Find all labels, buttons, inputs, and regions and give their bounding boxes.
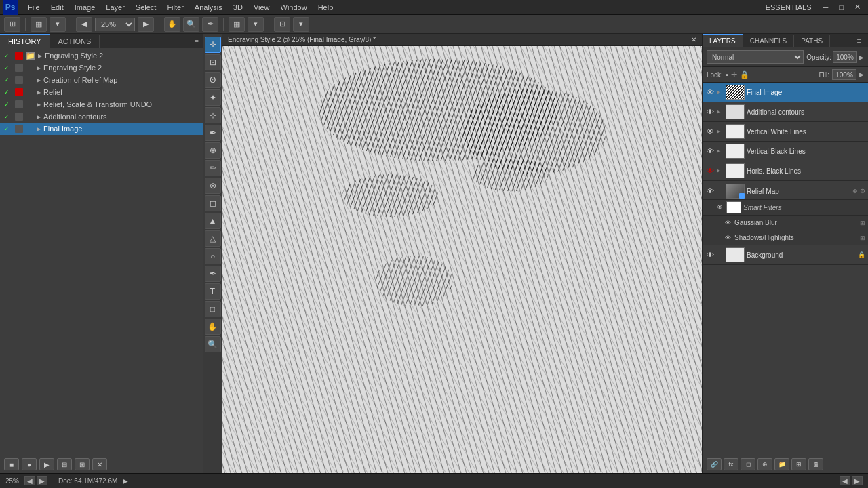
visibility-eye-icon[interactable]: 👁: [723, 220, 732, 226]
lock-position-icon[interactable]: ✛: [731, 70, 737, 79]
mode-arrow-btn[interactable]: ▾: [50, 17, 66, 32]
move-tool[interactable]: ✛: [205, 37, 221, 53]
brush-tool[interactable]: ✏: [205, 160, 221, 176]
layer-expand-icon[interactable]: ▶: [717, 129, 724, 134]
visibility-eye-icon[interactable]: 👁: [705, 108, 715, 116]
tab-channels[interactable]: CHANNELS: [743, 35, 794, 47]
history-item[interactable]: ✓ ▶ Creation of Relief Map: [0, 74, 203, 86]
lock-all-icon[interactable]: 🔒: [740, 70, 749, 79]
filter-options-icon[interactable]: ⊞: [860, 220, 865, 226]
visibility-eye-icon[interactable]: 👁: [715, 204, 724, 211]
layer-gaussian-blur[interactable]: 👁 Gaussian Blur ⊞: [703, 216, 868, 230]
lock-pixels-icon[interactable]: ▪: [726, 70, 728, 79]
fill-arrow[interactable]: ▶: [859, 71, 864, 78]
layer-expand-icon[interactable]: ▶: [717, 89, 724, 95]
visibility-eye-icon[interactable]: 👁: [705, 147, 715, 155]
menu-layer[interactable]: Layer: [101, 2, 130, 13]
quick-select-tool[interactable]: ✦: [205, 89, 221, 106]
dodge-tool[interactable]: ○: [205, 248, 221, 264]
essentials-label[interactable]: ESSENTIALS: [760, 3, 817, 12]
history-item[interactable]: ✓ ▶ Relief: [0, 86, 203, 98]
filter-options-icon[interactable]: ⊞: [860, 235, 865, 241]
right-panel-collapse-btn[interactable]: ≡: [853, 34, 865, 47]
pen-tool[interactable]: ✒: [205, 266, 221, 282]
fill-input[interactable]: [832, 69, 856, 80]
history-item-final-image[interactable]: ✓ ▶ Final Image: [0, 123, 203, 135]
scroll-controls[interactable]: ◀ ▶: [840, 476, 863, 485]
zoom-controls[interactable]: ◀ ▶: [24, 476, 47, 485]
hand-tool[interactable]: ✋: [205, 319, 221, 335]
layer-shadows-highlights[interactable]: 👁 Shadows/Highlights ⊞: [703, 230, 868, 245]
menu-analysis[interactable]: Analysis: [190, 2, 227, 13]
menu-help[interactable]: Help: [313, 2, 338, 13]
layer-settings-icon[interactable]: ⚙: [860, 188, 865, 195]
layer-expand-icon[interactable]: ▶: [717, 109, 724, 115]
mode-btn[interactable]: ▦: [31, 17, 47, 32]
layer-relief-map[interactable]: 👁 Relief Map ⊕ ⚙: [703, 181, 868, 200]
layer-horis-black-lines[interactable]: 👁 ▶ Horis. Black Lines: [703, 161, 868, 181]
adjustment-layer-btn[interactable]: ⊕: [757, 458, 772, 470]
blend-mode-select[interactable]: Normal Multiply Screen: [707, 50, 804, 64]
clone-tool[interactable]: ⊗: [205, 178, 221, 194]
menu-window[interactable]: Window: [276, 2, 312, 13]
layer-style-btn[interactable]: fx: [724, 458, 738, 470]
arrange-btn[interactable]: ▦: [229, 17, 245, 32]
visibility-eye-icon[interactable]: 👁: [705, 251, 715, 259]
layer-additional-contours[interactable]: 👁 ▶ Additional contours: [703, 102, 868, 122]
hand-tool-btn[interactable]: ✋: [164, 17, 180, 32]
opacity-arrow[interactable]: ▶: [859, 54, 864, 61]
menu-select[interactable]: Select: [131, 2, 161, 13]
layer-expand-icon[interactable]: ▶: [717, 168, 724, 174]
visibility-eye-icon[interactable]: 👁: [705, 88, 715, 96]
visibility-eye-icon[interactable]: 👁: [705, 187, 715, 195]
pen-tool-btn[interactable]: ✒: [202, 17, 218, 32]
new-set-btn[interactable]: ⊟: [57, 458, 72, 470]
heal-tool[interactable]: ⊕: [205, 142, 221, 159]
zoom-tool[interactable]: 🔍: [205, 336, 221, 352]
zoom-select[interactable]: 25% 50% 100%: [95, 18, 135, 31]
history-item[interactable]: ✓ ▶ Relief, Scale & Transform UNDO: [0, 98, 203, 110]
opacity-input[interactable]: [833, 51, 857, 63]
eyedropper-tool[interactable]: ✒: [205, 125, 221, 141]
options-btn[interactable]: ⊞: [4, 17, 20, 32]
visibility-eye-icon[interactable]: 👁: [705, 167, 715, 175]
link-layers-btn[interactable]: 🔗: [707, 458, 722, 470]
menu-filter[interactable]: Filter: [162, 2, 188, 13]
tab-actions[interactable]: ACTIONS: [50, 35, 100, 48]
shape-tool[interactable]: □: [205, 301, 221, 317]
layer-background[interactable]: 👁 Background 🔒: [703, 245, 868, 265]
visibility-eye-icon[interactable]: 👁: [705, 127, 715, 136]
visibility-eye-icon[interactable]: 👁: [723, 235, 732, 241]
tab-history[interactable]: HISTORY: [0, 34, 50, 48]
layer-final-image[interactable]: 👁 ▶ Final Image: [703, 83, 868, 102]
zoom-in-btn[interactable]: ▶: [138, 17, 154, 32]
zoom-tool-btn[interactable]: 🔍: [183, 17, 199, 32]
layer-group-btn[interactable]: 📁: [774, 458, 789, 470]
panel-collapse-btn[interactable]: ≡: [191, 36, 203, 47]
menu-file[interactable]: File: [23, 2, 45, 13]
eraser-tool[interactable]: ◻: [205, 195, 221, 211]
canvas-close-btn[interactable]: ✕: [691, 36, 696, 43]
menu-view[interactable]: View: [249, 2, 275, 13]
history-item[interactable]: ✓ 📁 ▶ Engraving Style 2: [0, 49, 203, 62]
crop-btn[interactable]: ⊡: [274, 17, 290, 32]
zoom-out-btn[interactable]: ◀: [76, 17, 92, 32]
blur-tool[interactable]: △: [205, 230, 221, 247]
record-btn[interactable]: ●: [22, 458, 37, 470]
layer-expand-icon[interactable]: ▶: [717, 148, 724, 154]
select-tool[interactable]: ⊡: [205, 54, 221, 70]
delete-layer-btn[interactable]: 🗑: [808, 458, 823, 470]
layer-mask-btn[interactable]: ◻: [741, 458, 755, 470]
play-btn[interactable]: ▶: [39, 458, 54, 470]
minimize-btn[interactable]: ─: [818, 2, 833, 13]
arrange-arrow-btn[interactable]: ▾: [248, 17, 264, 32]
maximize-btn[interactable]: □: [834, 2, 848, 13]
history-item[interactable]: ✓ ▶ Engraving Style 2: [0, 62, 203, 74]
doc-info-arrow[interactable]: ▶: [123, 477, 128, 485]
lasso-tool[interactable]: ʘ: [205, 72, 221, 88]
menu-3d[interactable]: 3D: [229, 2, 248, 13]
crop-tool[interactable]: ⊹: [205, 107, 221, 123]
history-item[interactable]: ✓ ▶ Additional contours: [0, 110, 203, 123]
tab-layers[interactable]: LAYERS: [703, 34, 743, 47]
stop-btn[interactable]: ■: [4, 458, 19, 470]
